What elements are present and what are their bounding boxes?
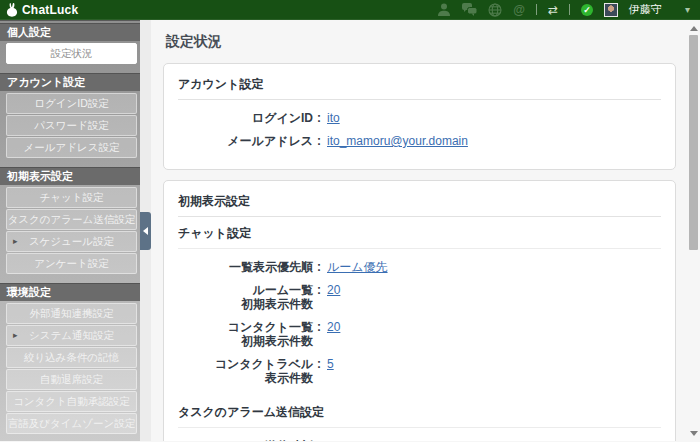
- setting-row-contact-list-count: コンタクト一覧 初期表示件数 20: [178, 320, 661, 348]
- sidebar-item-label: パスワード設定: [34, 119, 108, 131]
- label-separator: [317, 111, 321, 125]
- subsection-title-chat: チャット設定: [178, 221, 661, 249]
- user-avatar[interactable]: [604, 3, 618, 17]
- sidebar-item-label: メールアドレス設定: [24, 141, 120, 153]
- sidebar-item-label: タスクのアラーム送信設定: [8, 213, 136, 225]
- globe-icon[interactable]: [488, 3, 502, 17]
- sidebar-item-label: スケジュール設定: [29, 235, 114, 247]
- section-title-environment: 環境設定: [0, 283, 140, 301]
- sidebar-item-label: 設定状況: [51, 47, 93, 59]
- app-logo[interactable]: ChatLuck: [6, 3, 78, 17]
- sidebar-section-personal: 個人設定 設定状況: [0, 23, 140, 64]
- page-title: 設定状況: [166, 33, 676, 51]
- setting-value-link[interactable]: 00:00: [327, 439, 357, 441]
- setting-value-link[interactable]: 20: [327, 283, 340, 297]
- label-separator: [317, 134, 321, 148]
- section-title-personal: 個人設定: [0, 23, 140, 41]
- content-scrollbar: [688, 22, 699, 440]
- sidebar-item-label: 自動退席設定: [40, 373, 103, 385]
- presence-status-icon[interactable]: ✓: [581, 4, 593, 16]
- sidebar-item-password[interactable]: パスワード設定: [6, 115, 137, 136]
- sidebar-section-environment: 環境設定 外部通知連携設定 ▸ システム通知設定 絞り込み条件の記憶 自動退席設…: [0, 283, 140, 434]
- setting-value-link[interactable]: ito_mamoru@your.domain: [327, 134, 468, 148]
- contacts-icon[interactable]: [437, 3, 451, 17]
- scrollbar-down-arrow-icon[interactable]: [690, 431, 698, 436]
- settings-sidebar: 個人設定 設定状況 アカウント設定 ログインID設定 パスワード設定 メールアド…: [0, 20, 140, 441]
- row-label: 一覧表示優先順: [178, 260, 313, 274]
- app-name: ChatLuck: [22, 3, 78, 17]
- section-title-account: アカウント設定: [0, 73, 140, 91]
- row-label: コンタクト一覧: [178, 320, 313, 334]
- user-menu-chevron-down-icon[interactable]: ▾: [685, 3, 690, 17]
- submenu-arrow-icon: ▸: [13, 326, 18, 345]
- sidebar-item-schedule[interactable]: ▸ スケジュール設定: [6, 231, 137, 252]
- label-separator: [317, 320, 321, 334]
- sidebar-item-login-id[interactable]: ログインID設定: [6, 93, 137, 114]
- sidebar-item-label: システム通知設定: [29, 329, 114, 341]
- label-separator: [317, 260, 321, 274]
- sidebar-item-label: チャット設定: [40, 191, 104, 203]
- setting-row-mail-address: メールアドレス ito_mamoru@your.domain: [178, 134, 661, 148]
- app-window: ChatLuck: [0, 0, 700, 442]
- sync-arrows-icon[interactable]: ⇄: [548, 3, 558, 17]
- setting-row-send-time: 送信時刻 00:00: [178, 439, 661, 441]
- section-title-initial-display: 初期表示設定: [0, 167, 140, 185]
- sidebar-item-settings-status[interactable]: 設定状況: [6, 43, 137, 64]
- row-label-line2: 初期表示件数: [178, 297, 313, 311]
- setting-value-link[interactable]: 20: [327, 320, 340, 334]
- sidebar-item-system-notification[interactable]: ▸ システム通知設定: [6, 325, 137, 346]
- sidebar-item-filter-memory[interactable]: 絞り込み条件の記憶: [6, 347, 137, 368]
- sidebar-item-mail-address[interactable]: メールアドレス設定: [6, 137, 137, 158]
- row-label: ルーム一覧: [178, 283, 313, 297]
- row-label-line2: 表示件数: [178, 371, 313, 385]
- setting-row-room-list-count: ルーム一覧 初期表示件数 20: [178, 283, 661, 311]
- collapse-left-arrow-icon: [143, 227, 148, 235]
- setting-value-link[interactable]: 5: [327, 357, 334, 371]
- mention-at-icon[interactable]: @: [513, 3, 525, 17]
- label-separator: [317, 283, 321, 297]
- sidebar-item-auto-away[interactable]: 自動退席設定: [6, 369, 137, 390]
- setting-value-link[interactable]: ito: [327, 111, 340, 125]
- setting-value-link[interactable]: ルーム優先: [327, 260, 388, 274]
- user-name[interactable]: 伊藤守: [629, 2, 662, 17]
- sidebar-item-task-alarm[interactable]: タスクのアラーム送信設定: [6, 209, 137, 230]
- sidebar-item-external-notification[interactable]: 外部通知連携設定: [6, 303, 137, 324]
- sidebar-item-label: 外部通知連携設定: [30, 307, 114, 319]
- top-bar-separator: [536, 4, 537, 15]
- row-label: メールアドレス: [178, 134, 313, 148]
- card-title-account: アカウント設定: [178, 72, 661, 100]
- sidebar-collapse-button[interactable]: [140, 212, 151, 250]
- account-settings-card: アカウント設定 ログインID ito メールアドレス ito_mamoru@yo…: [163, 63, 676, 170]
- chat-rooms-icon[interactable]: [462, 3, 477, 17]
- row-label: ログインID: [178, 111, 313, 125]
- scrollbar-thumb[interactable]: [689, 35, 698, 250]
- sidebar-item-chat-settings[interactable]: チャット設定: [6, 187, 137, 208]
- sidebar-item-label: コンタクト自動承認設定: [13, 395, 130, 407]
- sidebar-item-survey[interactable]: アンケート設定: [6, 253, 137, 274]
- setting-row-contact-label-count: コンタクトラベル 表示件数 5: [178, 357, 661, 385]
- sidebar-section-account: アカウント設定 ログインID設定 パスワード設定 メールアドレス設定: [0, 73, 140, 158]
- sidebar-item-contact-auto-approve[interactable]: コンタクト自動承認設定: [6, 391, 137, 412]
- sidebar-item-language-timezone[interactable]: 言語及びタイムゾーン設定: [6, 413, 137, 434]
- subsection-title-task-alarm: タスクのアラーム送信設定: [178, 400, 661, 428]
- scrollbar-up-arrow-icon[interactable]: [690, 26, 698, 31]
- main-content: 設定状況 アカウント設定 ログインID ito メールアドレス ito_mamo…: [151, 20, 700, 441]
- sidebar-item-label: 言語及びタイムゾーン設定: [8, 417, 135, 429]
- top-bar-separator: [569, 4, 570, 15]
- sidebar-item-label: 絞り込み条件の記憶: [24, 351, 119, 363]
- sidebar-item-label: ログインID設定: [34, 97, 108, 109]
- top-bar-actions: @ ⇄ ✓ 伊藤守 ▾: [437, 2, 690, 17]
- label-separator: [317, 357, 321, 371]
- sidebar-divider: [140, 20, 151, 441]
- sidebar-section-initial-display: 初期表示設定 チャット設定 タスクのアラーム送信設定 ▸ スケジュール設定 アン…: [0, 167, 140, 274]
- chatluck-rabbit-logo-icon: [6, 3, 18, 17]
- row-label-line2: 初期表示件数: [178, 334, 313, 348]
- row-label: 送信時刻: [178, 439, 313, 441]
- setting-row-list-priority: 一覧表示優先順 ルーム優先: [178, 260, 661, 274]
- row-label: コンタクトラベル: [178, 357, 313, 371]
- initial-display-settings-card: 初期表示設定 チャット設定 一覧表示優先順 ルーム優先 ルーム一覧 初期表示件数: [163, 180, 676, 441]
- sidebar-item-label: アンケート設定: [34, 257, 108, 269]
- top-bar: ChatLuck: [0, 0, 700, 20]
- label-separator: [317, 439, 321, 441]
- card-title-initial-display: 初期表示設定: [178, 189, 661, 217]
